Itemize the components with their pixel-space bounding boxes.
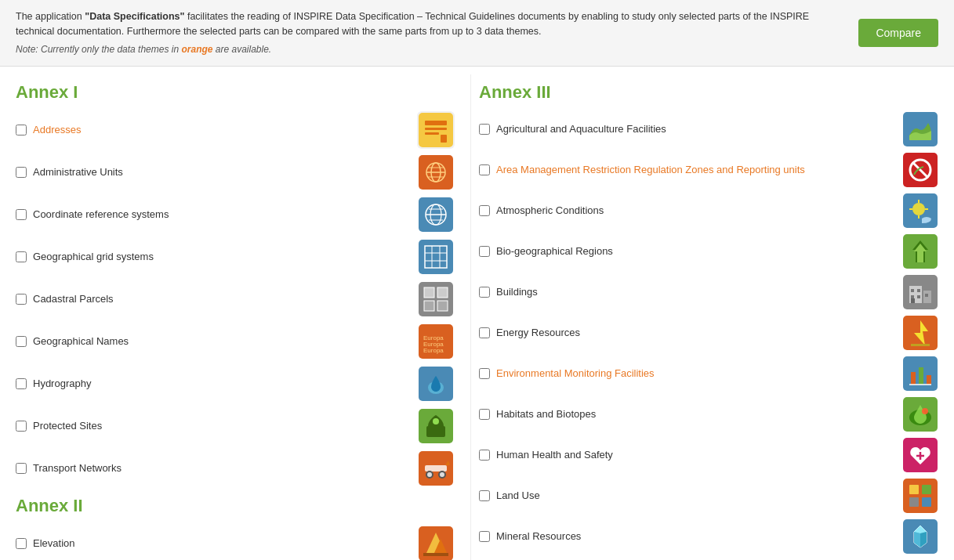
svg-rect-35 [426,426,445,437]
buildings-checkbox[interactable] [479,287,490,298]
coord-ref-checkbox[interactable] [16,209,27,220]
elevation-checkbox[interactable] [16,538,27,549]
coord-ref-icon [417,196,455,233]
energy-icon [902,315,938,351]
svg-point-42 [440,472,444,477]
atmospheric-checkbox[interactable] [479,205,490,216]
header-note: Note: Currently only the data themes in … [16,42,843,56]
energy-checkbox[interactable] [479,327,490,338]
area-mgmt-checkbox[interactable] [479,164,490,175]
svg-point-40 [427,472,432,477]
administrative-units-checkbox[interactable] [16,167,27,178]
svg-rect-26 [424,301,434,311]
list-item: Habitats and Biotopes [479,394,938,435]
hydrography-checkbox[interactable] [16,378,27,389]
cadastral-label: Cadastral Parcels [33,293,114,305]
app-name: "Data Specifications" [85,11,184,22]
list-item: Land Use [479,475,938,516]
annex1-title: Annex I [16,82,455,103]
header-bar: The application "Data Specifications" fa… [0,0,954,67]
atmospheric-label: Atmospheric Conditions [496,204,604,216]
list-item: Natural Risk Zones ! [479,557,938,561]
svg-rect-25 [437,287,448,298]
list-item: Geographical Names Europa Europa Europa [16,320,455,363]
list-item: Energy Resources [479,313,938,353]
svg-rect-1 [425,121,447,125]
env-monitoring-checkbox[interactable] [479,368,490,379]
svg-rect-77 [911,372,916,385]
right-column: Annex III Agricultural and Aquaculture F… [470,74,938,561]
habitats-checkbox[interactable] [479,409,490,420]
elevation-label: Elevation [33,537,74,549]
administrative-units-icon [417,154,455,191]
svg-rect-87 [903,479,938,513]
annex3-title: Annex III [479,82,938,103]
svg-rect-47 [423,553,448,556]
svg-rect-69 [911,295,914,298]
hydrography-icon [417,365,455,403]
coord-ref-label: Coordinate reference systems [33,208,169,220]
addresses-checkbox[interactable] [16,125,27,135]
env-monitoring-icon [902,356,938,392]
svg-rect-2 [425,128,447,130]
intro-prefix: The application [16,11,85,22]
addresses-icon [417,111,455,149]
svg-point-83 [922,408,928,414]
list-item: Transport Networks [16,447,455,490]
land-use-icon [902,478,938,514]
geo-grid-label: Geographical grid systems [33,251,154,262]
left-column: Annex I Addresses Administrative Uni [16,74,470,561]
buildings-icon [902,274,938,310]
atmospheric-icon [902,193,938,229]
svg-rect-89 [922,485,931,494]
buildings-label: Buildings [496,286,538,298]
svg-rect-91 [922,497,931,507]
transport-networks-checkbox[interactable] [16,463,27,474]
geo-names-label: Geographical Names [33,335,129,347]
protected-sites-icon [417,407,455,445]
human-health-icon [902,437,938,473]
geo-grid-icon [417,238,455,276]
human-health-checkbox[interactable] [479,450,490,461]
list-item: Environmental Monitoring Facilities [479,353,938,394]
svg-rect-4 [441,135,447,143]
svg-rect-78 [919,367,923,385]
hydrography-label: Hydrography [33,378,91,389]
list-item: Mineral Resources [479,516,938,557]
svg-rect-17 [419,240,453,274]
svg-rect-79 [927,375,931,385]
area-mgmt-label[interactable]: Area Management Restriction Regulation Z… [496,164,805,175]
agricultural-checkbox[interactable] [479,124,490,135]
area-mgmt-icon [902,152,938,188]
energy-label: Energy Resources [496,327,580,338]
bio-geo-checkbox[interactable] [479,246,490,257]
geo-names-checkbox[interactable] [16,336,27,347]
geo-grid-checkbox[interactable] [16,251,27,262]
addresses-label[interactable]: Addresses [33,124,81,135]
transport-networks-label: Transport Networks [33,462,122,474]
list-item: Area Management Restriction Regulation Z… [479,150,938,190]
cadastral-checkbox[interactable] [16,294,27,305]
env-monitoring-label[interactable]: Environmental Monitoring Facilities [496,367,655,379]
land-use-checkbox[interactable] [479,490,490,501]
mineral-label: Mineral Resources [496,530,581,542]
svg-rect-90 [909,497,919,507]
svg-rect-70 [917,295,920,298]
svg-rect-51 [903,112,938,146]
list-item: Geographical grid systems [16,236,455,278]
list-item: Atmospheric Conditions [479,190,938,231]
compare-button[interactable]: Compare [858,19,938,47]
list-item: Hydrography [16,363,455,405]
agricultural-icon [902,111,938,147]
mineral-checkbox[interactable] [479,531,490,542]
list-item: Human Health and Safety [479,435,938,475]
list-item: Coordinate reference systems [16,193,455,236]
bio-geo-label: Bio-geographical Regions [496,245,613,257]
header-description: The application "Data Specifications" fa… [16,9,843,56]
annex2-title: Annex II [16,496,455,516]
svg-rect-38 [425,465,447,471]
geo-names-icon: Europa Europa Europa [417,323,455,360]
land-use-label: Land Use [496,490,540,501]
list-item: Bio-geographical Regions [479,231,938,272]
protected-sites-checkbox[interactable] [16,421,27,432]
